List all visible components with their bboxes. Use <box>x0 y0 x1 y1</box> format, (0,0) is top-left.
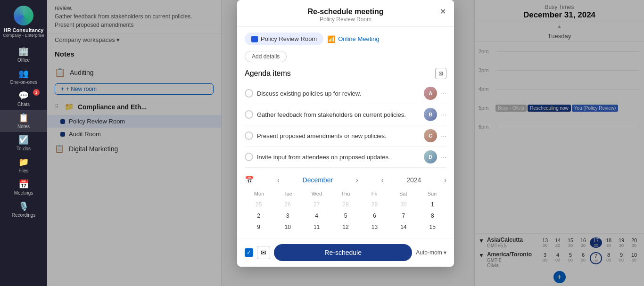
cal-day-3[interactable]: 3 <box>273 211 301 221</box>
cal-day-28[interactable]: 28 <box>331 199 359 210</box>
cal-day-13[interactable]: 13 <box>361 222 388 232</box>
cal-day-26[interactable]: 26 <box>273 199 301 210</box>
sidebar-item-label: Office <box>17 57 30 63</box>
col-sat: Sat <box>389 190 418 197</box>
modal-subtitle: Policy Review Room <box>256 16 435 23</box>
reschedule-modal: Re-schedule meeting Policy Review Room ✕… <box>237 0 454 267</box>
sidebar-item-label: Files <box>18 168 28 173</box>
cal-day-6[interactable]: 6 <box>361 211 388 221</box>
chats-badge: 1 <box>33 89 40 96</box>
footer-check-icon[interactable]: ✓ <box>245 248 253 257</box>
agenda-avatar-1: A <box>424 87 437 100</box>
org-sub: Company - Enterprise <box>3 33 44 38</box>
sidebar-item-one-on-ones[interactable]: 👥 One-on-ones <box>0 65 47 88</box>
col-fri: Fri <box>360 190 389 197</box>
sidebar-item-meetings[interactable]: 📅 Meetings <box>0 176 47 198</box>
cal-next-year[interactable]: › <box>444 176 446 184</box>
agenda-avatar-3: C <box>424 129 437 142</box>
sidebar-item-label: Recordings <box>12 212 36 218</box>
cal-day-1[interactable]: 1 <box>419 199 446 210</box>
sidebar-item-chats[interactable]: 1 💬 Chats <box>0 88 47 110</box>
sidebar-item-office[interactable]: 🏢 Office <box>0 43 47 65</box>
room-badge: Policy Review Room <box>245 33 323 45</box>
cal-day-12[interactable]: 12 <box>331 222 359 232</box>
cal-day-2[interactable]: 2 <box>245 211 272 221</box>
cal-day-headers: Mon Tue Wed Thu Fri Sat Sun <box>245 190 446 197</box>
footer-email-button[interactable]: ✉ <box>257 246 270 259</box>
org-name: HR Consultancy <box>4 27 44 33</box>
sidebar-item-label: Meetings <box>14 190 33 196</box>
agenda-text-4: Invite input from attendees on proposed … <box>257 154 420 161</box>
cal-day-5[interactable]: 5 <box>331 211 359 221</box>
col-thu: Thu <box>331 190 360 197</box>
sidebar-item-label: Chats <box>17 102 30 107</box>
cal-icon[interactable]: 📅 <box>245 175 254 184</box>
agenda-text-3: Present proposed amendments or new polic… <box>257 132 420 139</box>
room-badge-label: Policy Review Room <box>261 35 317 42</box>
cal-day-25[interactable]: 25 <box>245 199 272 210</box>
cal-day-11[interactable]: 11 <box>303 222 330 232</box>
sidebar-item-notes[interactable]: 📋 Notes <box>0 110 47 132</box>
sidebar-item-label: One-on-ones <box>10 80 37 85</box>
room-color-dot <box>251 36 258 42</box>
sidebar: HR Consultancy Company - Enterprise 🏢 Of… <box>0 0 47 286</box>
cal-month-label: December <box>303 176 333 184</box>
col-mon: Mon <box>245 190 273 197</box>
meeting-top-row: Policy Review Room 📶 Online Meeting <box>245 33 446 45</box>
sidebar-item-todos[interactable]: ☑️ To-dos <box>0 132 47 154</box>
modal-overlay: Re-schedule meeting Policy Review Room ✕… <box>47 0 644 286</box>
reschedule-button[interactable]: Re-schedule <box>274 244 412 261</box>
online-meeting-button[interactable]: 📶 Online Meeting <box>327 35 379 43</box>
sidebar-item-label: To-dos <box>17 146 31 151</box>
cal-next-month[interactable]: › <box>356 176 358 184</box>
agenda-item-4: Invite input from attendees on proposed … <box>245 147 446 168</box>
agenda-title: Agenda items <box>245 69 291 78</box>
cal-prev-month[interactable]: ‹ <box>277 176 280 184</box>
agenda-item-1: Discuss existing policies up for review.… <box>245 83 446 104</box>
agenda-more-3[interactable]: ··· <box>441 132 446 139</box>
cal-day-4[interactable]: 4 <box>303 211 330 221</box>
sidebar-logo-area: HR Consultancy Company - Enterprise <box>1 4 46 40</box>
cal-day-30[interactable]: 30 <box>389 199 417 210</box>
modal-body: Policy Review Room 📶 Online Meeting Add … <box>237 27 454 238</box>
modal-title: Re-schedule meeting <box>256 8 435 16</box>
auto-mom-dropdown[interactable]: Auto-mom ▾ <box>416 249 446 256</box>
app-logo <box>14 6 33 25</box>
add-details-button[interactable]: Add details <box>245 51 287 62</box>
main-content: review. Gather feedback from stakeholder… <box>47 0 644 286</box>
email-icon: ✉ <box>261 249 266 256</box>
agenda-more-4[interactable]: ··· <box>441 153 446 161</box>
cal-day-29[interactable]: 29 <box>361 199 388 210</box>
agenda-avatar-4: D <box>424 150 437 163</box>
modal-header: Re-schedule meeting Policy Review Room ✕ <box>237 0 454 27</box>
cal-day-14[interactable]: 14 <box>389 222 417 232</box>
col-wed: Wed <box>302 190 331 197</box>
modal-close-button[interactable]: ✕ <box>437 6 448 17</box>
sidebar-item-recordings[interactable]: 🎙️ Recordings <box>0 198 47 221</box>
agenda-checkbox-2[interactable] <box>245 110 253 119</box>
meetings-icon: 📅 <box>18 179 29 189</box>
sidebar-item-label: Notes <box>17 124 30 129</box>
cal-day-9[interactable]: 9 <box>245 222 272 232</box>
cal-day-7[interactable]: 7 <box>389 211 417 221</box>
cal-day-15[interactable]: 15 <box>419 222 446 232</box>
chats-icon: 💬 <box>18 90 29 101</box>
cal-day-10[interactable]: 10 <box>273 222 301 232</box>
agenda-text-1: Discuss existing policies up for review. <box>257 90 420 97</box>
modal-footer: ✓ ✉ Re-schedule Auto-mom ▾ <box>237 238 454 267</box>
office-icon: 🏢 <box>18 46 29 57</box>
agenda-more-2[interactable]: ··· <box>441 111 446 118</box>
recordings-icon: 🎙️ <box>18 201 29 212</box>
cal-day-27[interactable]: 27 <box>303 199 330 210</box>
agenda-clear-button[interactable]: ⊠ <box>435 68 446 79</box>
agenda-more-1[interactable]: ··· <box>441 90 446 97</box>
agenda-checkbox-4[interactable] <box>245 153 253 161</box>
agenda-checkbox-3[interactable] <box>245 131 253 140</box>
cal-prev-year[interactable]: ‹ <box>381 176 384 184</box>
agenda-checkbox-1[interactable] <box>245 89 253 98</box>
todos-icon: ☑️ <box>18 135 29 145</box>
sidebar-item-files[interactable]: 📁 Files <box>0 154 47 176</box>
cal-days-grid: 25 26 27 28 29 30 1 2 3 4 5 <box>245 199 446 232</box>
cal-day-8[interactable]: 8 <box>419 211 446 221</box>
files-icon: 📁 <box>18 157 29 167</box>
